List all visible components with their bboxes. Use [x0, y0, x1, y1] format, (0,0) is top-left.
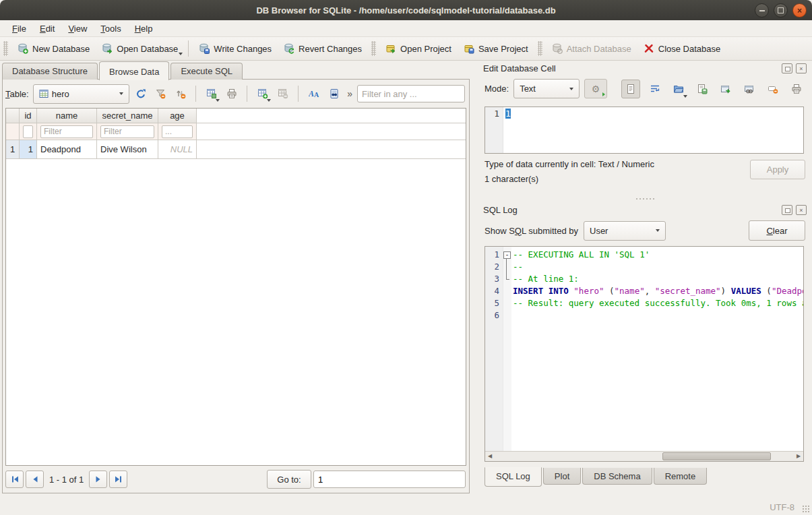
import-dropdown-icon[interactable] [683, 95, 687, 98]
sql-log-dock-titlebar: SQL Log × [478, 202, 812, 216]
save-project-button[interactable]: Save Project [458, 40, 534, 57]
menu-view[interactable]: View [61, 22, 94, 36]
open-external-button[interactable] [717, 80, 735, 98]
tab-remote[interactable]: Remote [654, 468, 708, 485]
tab-execute-sql[interactable]: Execute SQL [170, 63, 243, 80]
goto-button[interactable]: Go to: [267, 470, 311, 489]
close-button[interactable]: × [792, 3, 807, 18]
column-header-id[interactable]: id [20, 109, 37, 123]
edit-cell-title: Edit Database Cell [483, 63, 778, 73]
set-null-button[interactable] [764, 80, 782, 98]
mode-selector[interactable]: Text [513, 79, 580, 98]
menu-tools[interactable]: Tools [94, 22, 127, 36]
close-database-button[interactable]: Close Database [637, 40, 727, 57]
revert-changes-icon [284, 43, 294, 54]
open-database-dropdown-icon[interactable] [179, 53, 183, 55]
grid-corner-cell[interactable] [6, 109, 20, 123]
menu-file[interactable]: File [5, 22, 33, 36]
cell-editor[interactable]: 1 1 [485, 107, 804, 154]
maximize-button[interactable] [774, 3, 788, 18]
attach-database-button: Attach Database [546, 40, 637, 57]
refresh-button[interactable] [132, 85, 149, 102]
float-icon [785, 67, 790, 71]
cell-name[interactable]: Deadpond [37, 140, 97, 159]
filter-input-age[interactable] [162, 125, 193, 138]
revert-changes-button[interactable]: Revert Changes [278, 40, 368, 57]
sql-log-line: 3-- At line 1: [485, 273, 803, 285]
column-header-name[interactable]: name [37, 109, 97, 123]
print-button[interactable] [223, 85, 240, 102]
next-record-button[interactable] [89, 471, 107, 488]
toolbar-overflow-chevron[interactable]: » [345, 88, 354, 99]
edit-cell-close-button[interactable]: × [796, 63, 807, 73]
last-record-button[interactable] [109, 471, 127, 488]
scroll-right-icon[interactable]: ▶ [794, 452, 803, 460]
edit-cell-float-button[interactable] [782, 63, 792, 73]
save-results-button[interactable] [203, 85, 220, 102]
tab-plot[interactable]: Plot [543, 468, 581, 485]
open-database-button[interactable]: Open Database [96, 40, 184, 57]
menu-help[interactable]: Help [128, 22, 160, 36]
font-button[interactable]: AA [305, 85, 322, 102]
filter-input-secret-name[interactable] [100, 125, 154, 138]
previous-record-button[interactable] [26, 471, 44, 488]
close-dock-icon: × [799, 65, 803, 72]
write-changes-button[interactable]: Write Changes [193, 40, 278, 57]
resize-grip[interactable] [802, 505, 810, 513]
print-cell-button[interactable] [788, 80, 805, 98]
toolbar-drag-handle-2[interactable] [371, 41, 376, 56]
copy-link-button[interactable] [741, 80, 758, 98]
new-database-button[interactable]: New Database [11, 40, 96, 57]
cell-age[interactable]: NULL [158, 140, 197, 159]
tab-db-schema[interactable]: DB Schema [582, 468, 652, 485]
window-controls: × [755, 3, 807, 18]
clear-log-button[interactable]: Clear [749, 220, 805, 241]
column-header-age[interactable]: age [158, 109, 197, 123]
insert-record-button[interactable] [254, 85, 271, 102]
sql-log-hscrollbar[interactable]: ◀ ▶ [485, 451, 803, 461]
scrollbar-thumb[interactable] [662, 452, 772, 460]
menu-edit[interactable]: Edit [33, 22, 61, 36]
dock-splitter-handle[interactable] [478, 195, 812, 202]
scroll-left-icon[interactable]: ◀ [485, 452, 495, 460]
row-header-cell[interactable]: 1 [6, 140, 20, 159]
sql-source-selector[interactable]: User [584, 221, 666, 241]
tab-sql-log[interactable]: SQL Log [485, 467, 542, 487]
scrollbar-track[interactable] [495, 452, 794, 461]
cell-id[interactable]: 1 [20, 140, 37, 159]
clear-sorting-button[interactable] [172, 85, 189, 102]
goto-input[interactable] [313, 471, 466, 488]
sql-log-float-button[interactable] [782, 205, 792, 215]
panel-splitter[interactable] [472, 61, 478, 499]
link-icon [744, 84, 755, 94]
refresh-icon [135, 88, 146, 99]
sql-log-close-button[interactable]: × [796, 205, 807, 215]
export-to-file-button[interactable] [693, 80, 711, 98]
filter-any-input[interactable] [357, 85, 465, 102]
toolbar-drag-handle[interactable] [3, 41, 8, 56]
lookup-button[interactable] [325, 85, 342, 102]
filter-input-name[interactable] [40, 125, 93, 138]
word-wrap-button[interactable] [646, 80, 664, 98]
clear-filters-button[interactable] [152, 85, 169, 102]
tab-database-structure[interactable]: Database Structure [2, 63, 98, 80]
cell-secret-name[interactable]: Dive Wilson [97, 140, 158, 159]
insert-record-dropdown-icon[interactable] [267, 99, 271, 102]
sql-log-line: 1-- EXECUTING ALL IN 'SQL 1' [485, 249, 803, 261]
column-header-secret-name[interactable]: secret_name [97, 109, 158, 123]
open-project-button[interactable]: Open Project [379, 40, 458, 57]
cell-editor-content[interactable]: 1 [505, 109, 511, 119]
first-record-button[interactable] [5, 471, 24, 488]
titlebar[interactable]: DB Browser for SQLite - /home/user/code/… [0, 0, 812, 20]
sql-log-view[interactable]: 1-- EXECUTING ALL IN 'SQL 1'2--3-- At li… [485, 246, 804, 462]
browse-toolbar-separator-2 [247, 86, 247, 102]
tab-browse-data[interactable]: Browse Data [99, 61, 169, 80]
minimize-button[interactable] [755, 3, 769, 18]
filter-input-id[interactable] [23, 125, 33, 138]
save-results-icon [206, 88, 217, 99]
toolbar-drag-handle-3[interactable] [538, 41, 542, 56]
text-view-button[interactable] [621, 80, 640, 98]
save-results-dropdown-icon[interactable] [216, 99, 220, 102]
table-selector[interactable]: hero [33, 84, 129, 104]
import-from-file-button[interactable] [670, 80, 687, 98]
